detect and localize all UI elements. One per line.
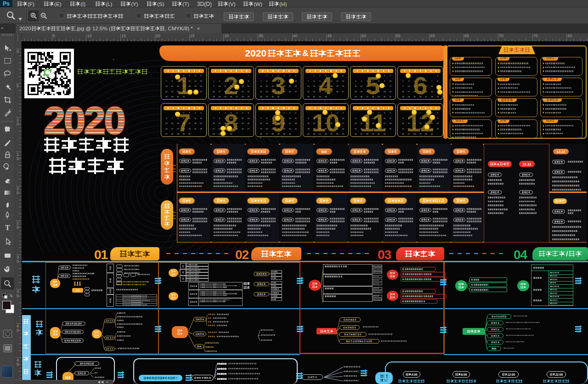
svg-text:T: T	[5, 224, 10, 232]
